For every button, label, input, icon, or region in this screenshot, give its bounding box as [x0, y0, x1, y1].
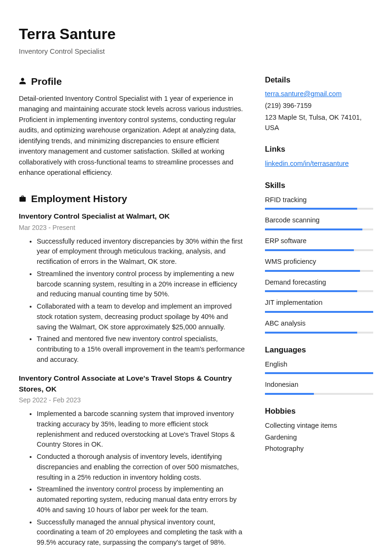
- hobby-item: Collecting vintage items: [265, 421, 373, 431]
- language-item: Indonesian: [265, 380, 373, 395]
- skill-item: Barcode scanning: [265, 215, 373, 230]
- skill-bar: [265, 249, 373, 251]
- skill-bar-fill: [265, 270, 360, 272]
- details-title: Details: [265, 74, 373, 86]
- skills-section: Skills RFID trackingBarcode scanningERP …: [265, 180, 373, 334]
- skills-title: Skills: [265, 180, 373, 191]
- job-bullet: Trained and mentored five new inventory …: [37, 334, 246, 365]
- skill-bar-fill: [265, 229, 362, 230]
- skill-bar-fill: [265, 311, 373, 313]
- language-name: Indonesian: [265, 380, 373, 390]
- employment-title: Employment History: [31, 191, 127, 206]
- email-link[interactable]: terra.santure@gmail.com: [265, 90, 342, 98]
- profile-section: Profile Detail-oriented Inventory Contro…: [19, 74, 246, 178]
- person-title: Inventory Control Specialist: [19, 46, 373, 57]
- skill-item: RFID tracking: [265, 195, 373, 210]
- skill-item: ABC analysis: [265, 318, 373, 334]
- hobby-item: Gardening: [265, 433, 373, 443]
- skill-name: ERP software: [265, 236, 373, 246]
- side-column: Details terra.santure@gmail.com (219) 39…: [265, 74, 373, 555]
- briefcase-icon: [19, 195, 26, 203]
- languages-section: Languages EnglishIndonesian: [265, 344, 373, 395]
- hobby-item: Photography: [265, 444, 373, 454]
- job-bullet: Streamlined the inventory control proces…: [37, 269, 246, 300]
- profile-title: Profile: [31, 74, 62, 89]
- skill-item: ERP software: [265, 236, 373, 251]
- hobbies-section: Hobbies Collecting vintage itemsGardenin…: [265, 405, 373, 454]
- skill-bar: [265, 290, 373, 292]
- skill-bar-fill: [265, 332, 357, 334]
- skill-bar: [265, 311, 373, 313]
- language-bar: [265, 393, 373, 395]
- skill-item: WMS proficiency: [265, 257, 373, 272]
- hobbies-title: Hobbies: [265, 405, 373, 417]
- skill-bar-fill: [265, 208, 357, 210]
- language-bar-fill: [265, 393, 314, 395]
- language-item: English: [265, 359, 373, 375]
- links-section: Links linkedin.com/in/terrasanture: [265, 143, 373, 169]
- job-title: Inventory Control Specialist at Walmart,…: [19, 211, 246, 221]
- skill-name: ABC analysis: [265, 318, 373, 329]
- job-dates: Mar 2023 - Present: [19, 223, 246, 233]
- phone-text: (219) 396-7159: [265, 101, 373, 111]
- main-column: Profile Detail-oriented Inventory Contro…: [19, 74, 246, 555]
- job-bullet: Conducted a thorough analysis of invento…: [37, 452, 246, 482]
- linkedin-link[interactable]: linkedin.com/in/terrasanture: [265, 160, 349, 167]
- profile-text: Detail-oriented Inventory Control Specia…: [19, 93, 246, 178]
- job-bullet: Successfully reduced inventory discrepan…: [37, 237, 246, 267]
- employment-section: Employment History Inventory Control Spe…: [19, 191, 246, 548]
- skill-item: Demand forecasting: [265, 278, 373, 293]
- skill-name: Demand forecasting: [265, 278, 373, 288]
- job-bullets: Successfully reduced inventory discrepan…: [19, 237, 246, 365]
- language-bar: [265, 372, 373, 374]
- skill-bar: [265, 208, 373, 210]
- skill-bar: [265, 229, 373, 230]
- job-bullet: Collaborated with a team to develop and …: [37, 302, 246, 332]
- skill-name: Barcode scanning: [265, 215, 373, 226]
- job-title: Inventory Control Associate at Love's Tr…: [19, 373, 246, 395]
- skill-name: WMS proficiency: [265, 257, 373, 267]
- person-icon: [19, 77, 26, 85]
- job-bullets: Implemented a barcode scanning system th…: [19, 409, 246, 548]
- address-text: 123 Maple St, Tulsa, OK 74101, USA: [265, 113, 373, 133]
- skill-bar-fill: [265, 249, 354, 251]
- skill-name: RFID tracking: [265, 195, 373, 205]
- skill-bar-fill: [265, 290, 357, 292]
- job-bullet: Streamlined the inventory control proces…: [37, 484, 246, 515]
- details-section: Details terra.santure@gmail.com (219) 39…: [265, 74, 373, 133]
- skill-bar: [265, 270, 373, 272]
- job-bullet: Successfully managed the annual physical…: [37, 517, 246, 548]
- job-entry: Inventory Control Specialist at Walmart,…: [19, 211, 246, 365]
- links-title: Links: [265, 143, 373, 155]
- resume-header: Terra Santure Inventory Control Speciali…: [19, 23, 373, 57]
- job-dates: Sep 2022 - Feb 2023: [19, 395, 246, 405]
- skill-bar: [265, 332, 373, 334]
- skill-item: JIT implementation: [265, 298, 373, 313]
- person-name: Terra Santure: [19, 23, 373, 45]
- language-name: English: [265, 359, 373, 370]
- job-entry: Inventory Control Associate at Love's Tr…: [19, 373, 246, 548]
- job-bullet: Implemented a barcode scanning system th…: [37, 409, 246, 450]
- languages-title: Languages: [265, 344, 373, 356]
- skill-name: JIT implementation: [265, 298, 373, 308]
- language-bar-fill: [265, 372, 373, 374]
